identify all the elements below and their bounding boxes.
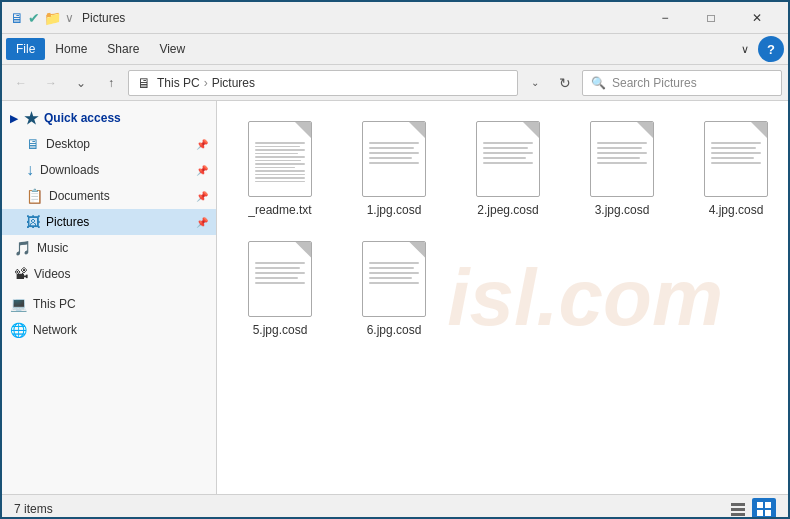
- file-icon-1: [358, 119, 430, 199]
- svg-rect-0: [731, 503, 745, 506]
- refresh-button[interactable]: ↻: [552, 70, 578, 96]
- sidebar-item-thispc[interactable]: 💻 This PC: [2, 291, 216, 317]
- doc-lines-2: [483, 142, 533, 167]
- ribbon: File Home Share View ∨ ?: [2, 34, 788, 65]
- music-icon: 🎵: [14, 240, 31, 256]
- menu-share[interactable]: Share: [97, 38, 149, 60]
- forward-button[interactable]: →: [38, 70, 64, 96]
- sidebar-header-quick-access[interactable]: ▶ ★ Quick access: [2, 105, 216, 131]
- sidebar-label-quick-access: Quick access: [44, 111, 121, 125]
- grid-view-icon: [756, 501, 772, 517]
- doc-icon-2: [476, 121, 540, 197]
- pin-icon-documents: 📌: [196, 191, 208, 202]
- path-thispc[interactable]: This PC: [155, 75, 202, 91]
- menu-view[interactable]: View: [149, 38, 195, 60]
- downloads-icon: ↓: [26, 161, 34, 179]
- minimize-button[interactable]: −: [642, 2, 688, 34]
- file-item-1[interactable]: 1.jpg.cosd: [339, 109, 449, 225]
- sidebar-item-desktop[interactable]: 🖥 Desktop 📌: [2, 131, 216, 157]
- file-item-readme[interactable]: _readme.txt: [225, 109, 335, 225]
- pictures-icon: 🖼: [26, 214, 40, 230]
- help-button[interactable]: ?: [758, 36, 784, 62]
- sidebar-label-desktop: Desktop: [46, 137, 90, 151]
- sidebar-item-music[interactable]: 🎵 Music: [2, 235, 216, 261]
- file-name-1: 1.jpg.cosd: [367, 203, 422, 219]
- list-view-icon: [730, 501, 746, 517]
- up-button[interactable]: ↑: [98, 70, 124, 96]
- titlebar-icon2: ✔: [28, 10, 40, 26]
- file-name-6: 6.jpg.cosd: [367, 323, 422, 339]
- sidebar-label-downloads: Downloads: [40, 163, 99, 177]
- address-bar: ← → ⌄ ↑ 🖥 This PC › Pictures ⌄ ↻ 🔍 Searc…: [2, 65, 788, 101]
- file-item-6[interactable]: 6.jpg.cosd: [339, 229, 449, 345]
- title-bar-icons: 🖥 ✔ 📁 ∨: [10, 10, 74, 26]
- quick-access-expand-icon: ▶: [10, 113, 18, 124]
- file-icon-readme: [244, 119, 316, 199]
- pin-icon-desktop: 📌: [196, 139, 208, 150]
- pin-icon-downloads: 📌: [196, 165, 208, 176]
- file-name-2: 2.jpeg.cosd: [477, 203, 538, 219]
- file-icon-2: [472, 119, 544, 199]
- file-item-3[interactable]: 3.jpg.cosd: [567, 109, 677, 225]
- search-placeholder: Search Pictures: [612, 76, 697, 90]
- titlebar-dropdown[interactable]: ∨: [65, 11, 74, 25]
- sidebar-item-pictures[interactable]: 🖼 Pictures 📌: [2, 209, 216, 235]
- doc-icon-3: [590, 121, 654, 197]
- back-button[interactable]: ←: [8, 70, 34, 96]
- path-dropdown-button[interactable]: ⌄: [522, 70, 548, 96]
- sidebar-label-network: Network: [33, 323, 77, 337]
- svg-rect-5: [757, 510, 763, 516]
- ribbon-chevron-button[interactable]: ∨: [734, 38, 756, 60]
- file-icon-6: [358, 239, 430, 319]
- doc-icon-5: [248, 241, 312, 317]
- history-dropdown-button[interactable]: ⌄: [68, 70, 94, 96]
- menu-file[interactable]: File: [6, 38, 45, 60]
- maximize-button[interactable]: □: [688, 2, 734, 34]
- list-view-button[interactable]: [726, 498, 750, 520]
- grid-view-button[interactable]: [752, 498, 776, 520]
- pin-icon-pictures: 📌: [196, 217, 208, 228]
- path-separator-1: ›: [204, 76, 208, 90]
- close-button[interactable]: ✕: [734, 2, 780, 34]
- network-icon: 🌐: [10, 322, 27, 338]
- file-name-5: 5.jpg.cosd: [253, 323, 308, 339]
- sidebar-label-thispc: This PC: [33, 297, 76, 311]
- window-controls: − □ ✕: [642, 2, 780, 34]
- search-box[interactable]: 🔍 Search Pictures: [582, 70, 782, 96]
- file-name-3: 3.jpg.cosd: [595, 203, 650, 219]
- title-bar: 🖥 ✔ 📁 ∨ Pictures − □ ✕: [2, 2, 788, 34]
- file-item-4[interactable]: 4.jpg.cosd: [681, 109, 788, 225]
- sidebar-item-documents[interactable]: 📋 Documents 📌: [2, 183, 216, 209]
- menu-bar: File Home Share View ∨ ?: [2, 34, 788, 64]
- sidebar-item-downloads[interactable]: ↓ Downloads 📌: [2, 157, 216, 183]
- doc-lines-6: [369, 262, 419, 287]
- file-item-2[interactable]: 2.jpeg.cosd: [453, 109, 563, 225]
- sidebar-label-music: Music: [37, 241, 68, 255]
- titlebar-icon3: 📁: [44, 10, 61, 26]
- svg-rect-4: [765, 502, 771, 508]
- svg-rect-1: [731, 508, 745, 511]
- file-item-5[interactable]: 5.jpg.cosd: [225, 229, 335, 345]
- path-pictures[interactable]: Pictures: [210, 75, 257, 91]
- main-area: ▶ ★ Quick access 🖥 Desktop 📌 ↓ Downloads…: [2, 101, 788, 494]
- address-path[interactable]: 🖥 This PC › Pictures: [128, 70, 518, 96]
- sidebar-label-documents: Documents: [49, 189, 110, 203]
- computer-icon: 🖥: [137, 75, 151, 91]
- quick-access-star-icon: ★: [24, 109, 38, 128]
- file-grid: _readme.txt 1.jpg.cosd: [225, 109, 780, 344]
- sidebar-label-videos: Videos: [34, 267, 70, 281]
- file-name-readme: _readme.txt: [248, 203, 311, 219]
- menu-home[interactable]: Home: [45, 38, 97, 60]
- sidebar-item-network[interactable]: 🌐 Network: [2, 317, 216, 343]
- file-icon-4: [700, 119, 772, 199]
- svg-rect-3: [757, 502, 763, 508]
- desktop-icon: 🖥: [26, 136, 40, 152]
- sidebar: ▶ ★ Quick access 🖥 Desktop 📌 ↓ Downloads…: [2, 101, 217, 494]
- doc-icon-readme: [248, 121, 312, 197]
- doc-lines-5: [255, 262, 305, 287]
- content-area: isl.com _readme.txt: [217, 101, 788, 494]
- sidebar-item-videos[interactable]: 📽 Videos: [2, 261, 216, 287]
- ribbon-expand-area: ∨ ?: [734, 36, 784, 62]
- doc-lines-1: [369, 142, 419, 167]
- doc-icon-1: [362, 121, 426, 197]
